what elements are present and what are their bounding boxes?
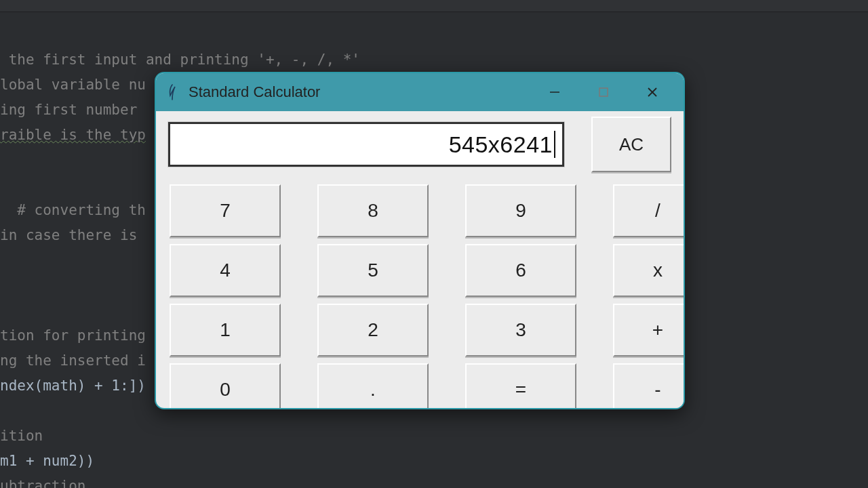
key-multiply[interactable]: x — [613, 244, 685, 297]
clear-button[interactable]: AC — [591, 117, 671, 172]
calculator-window: Standard Calculator 545x6241 AC 7 8 9 / — [155, 72, 685, 409]
key-8[interactable]: 8 — [317, 184, 429, 237]
titlebar[interactable]: Standard Calculator — [156, 73, 684, 111]
minimize-button[interactable] — [530, 73, 579, 111]
code-line: lobal variable nu — [0, 77, 146, 93]
key-divide[interactable]: / — [613, 184, 685, 237]
code-line: ition — [0, 428, 43, 444]
display-value: 545x6241 — [449, 131, 553, 158]
code-line: tion for printing — [0, 327, 146, 344]
code-line: ndex(math) + 1:]) — [0, 378, 146, 394]
code-line: raible is the typ — [0, 127, 146, 143]
code-line: # converting th — [0, 202, 146, 218]
key-9[interactable]: 9 — [465, 184, 576, 237]
code-line: in case there is — [0, 227, 146, 243]
code-line: ubtraction — [0, 478, 85, 488]
text-caret — [554, 131, 555, 158]
maximize-button[interactable] — [579, 73, 628, 111]
tk-feather-icon — [165, 83, 179, 102]
key-3[interactable]: 3 — [465, 304, 576, 357]
key-0[interactable]: 0 — [170, 363, 281, 409]
display-field[interactable]: 545x6241 — [168, 122, 564, 167]
key-equals[interactable]: = — [465, 363, 576, 409]
display-row: 545x6241 AC — [168, 122, 671, 172]
svg-rect-1 — [599, 88, 608, 96]
key-decimal[interactable]: . — [317, 363, 429, 409]
key-minus[interactable]: - — [613, 363, 685, 409]
code-line: m1 + num2)) — [0, 453, 94, 469]
editor-top-divider — [0, 0, 868, 12]
key-5[interactable]: 5 — [317, 244, 429, 297]
key-plus[interactable]: + — [613, 304, 685, 357]
code-line: ng the inserted i — [0, 352, 146, 369]
close-button[interactable] — [628, 73, 677, 111]
code-line: ing first number — [0, 102, 146, 118]
key-6[interactable]: 6 — [465, 244, 576, 297]
key-2[interactable]: 2 — [317, 304, 429, 357]
calculator-body: 545x6241 AC 7 8 9 / 4 5 6 x 1 2 3 + 0 . … — [156, 111, 684, 409]
key-1[interactable]: 1 — [170, 304, 281, 357]
key-4[interactable]: 4 — [170, 244, 281, 297]
keypad-grid: 7 8 9 / 4 5 6 x 1 2 3 + 0 . = - — [170, 184, 671, 409]
window-title: Standard Calculator — [189, 83, 320, 101]
code-line: the first input and printing '+, -, /, *… — [0, 52, 360, 68]
key-7[interactable]: 7 — [170, 184, 281, 237]
